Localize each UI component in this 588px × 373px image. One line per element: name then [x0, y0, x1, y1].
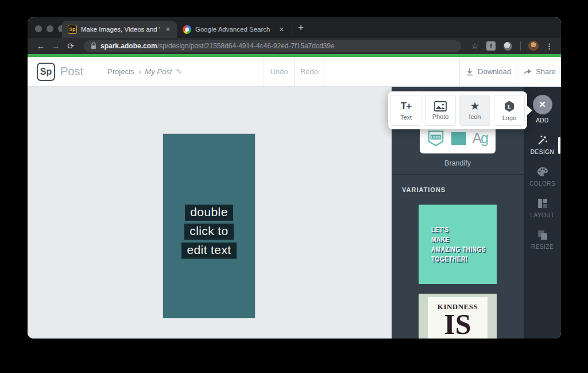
facebook-extension-icon[interactable]: f: [486, 41, 496, 51]
svg-text:L: L: [508, 103, 511, 109]
sidebar-item-resize[interactable]: RESIZE: [524, 229, 561, 250]
add-close-button[interactable]: ✕: [533, 95, 552, 114]
variations-heading: VARIATIONS: [402, 186, 446, 193]
placeholder-line: click to: [184, 224, 233, 240]
back-button[interactable]: ←: [34, 40, 47, 52]
window-controls: [35, 25, 65, 32]
reload-button[interactable]: ⟳: [64, 40, 77, 52]
svg-text:LOGO: LOGO: [431, 136, 441, 139]
app-name: Post: [60, 65, 83, 78]
add-menu-popup: T+ Text Photo ★ Icon L Logo: [388, 91, 527, 129]
share-button[interactable]: Share: [517, 57, 561, 86]
layout-grid-icon: [524, 198, 561, 209]
add-text-button[interactable]: T+ Text: [390, 95, 421, 126]
add-logo-button[interactable]: L Logo: [494, 95, 525, 126]
panel-scrollbar[interactable]: [558, 137, 560, 154]
add-photo-button[interactable]: Photo: [425, 95, 456, 126]
main-content: double click to edit text LOGO Ag: [28, 87, 561, 339]
variation-thumbnail-kindness[interactable]: KINDNESS IS: [419, 294, 497, 339]
desktop-background: Sp Make Images, Videos and Web ✕ Google …: [0, 0, 588, 373]
close-icon[interactable]: ✕: [277, 26, 286, 33]
tool-sidebar: ✕ ADD DESIGN COLORS: [524, 87, 561, 339]
breadcrumb: Projects › My Post ✎: [107, 67, 182, 76]
star-icon: ★: [470, 101, 479, 111]
browser-toolbar: ← → ⟳ spark.adobe.com/sp/design/post/215…: [28, 38, 561, 54]
forward-button[interactable]: →: [49, 40, 62, 52]
breadcrumb-current-title[interactable]: My Post: [145, 67, 172, 76]
header-actions: Download Share: [459, 57, 561, 86]
logo-badge-icon: LOGO: [427, 130, 445, 147]
address-bar[interactable]: spark.adobe.com/sp/design/post/21558d64-…: [84, 40, 461, 52]
sidebar-item-colors[interactable]: COLORS: [524, 166, 561, 187]
close-icon[interactable]: ✕: [164, 26, 172, 33]
palette-icon: [524, 166, 561, 178]
spark-favicon-icon: Sp: [68, 25, 77, 34]
variation-inner-panel: KINDNESS IS: [428, 297, 488, 339]
text-add-icon: T+: [401, 101, 411, 112]
app-header: Sp Post Projects › My Post ✎ Undo Redo D…: [28, 57, 561, 87]
canvas-area: double click to edit text: [28, 87, 392, 339]
brandify-label: Brandify: [392, 159, 524, 167]
tab-spark[interactable]: Sp Make Images, Videos and Web ✕: [62, 21, 177, 38]
brand-color-swatch: [451, 132, 466, 145]
chevron-right-icon: ›: [138, 67, 141, 76]
add-icon-button[interactable]: ★ Icon: [459, 95, 490, 126]
magic-wand-icon: [524, 134, 561, 146]
undo-button[interactable]: Undo: [264, 57, 294, 86]
variation-thumbnail-lets-make[interactable]: LET'S MAKE AMAZING THINGS TOGETHER!: [419, 205, 497, 284]
tab-title: Make Images, Videos and Web: [81, 26, 160, 33]
history-controls: Undo Redo: [264, 57, 324, 86]
tab-strip: Sp Make Images, Videos and Web ✕ Google …: [28, 17, 561, 38]
extension-icon[interactable]: [504, 42, 512, 51]
google-favicon-icon: [183, 25, 191, 34]
tab-title: Google Advanced Search: [195, 26, 273, 33]
rename-pencil-icon[interactable]: ✎: [176, 67, 182, 76]
variation-text: LET'S MAKE AMAZING THINGS TOGETHER!: [431, 225, 486, 264]
tab-google-search[interactable]: Google Advanced Search ✕: [177, 21, 291, 38]
download-icon: [466, 68, 474, 76]
new-tab-button[interactable]: +: [292, 22, 311, 38]
browser-window: Sp Make Images, Videos and Web ✕ Google …: [28, 17, 561, 339]
lock-icon: [91, 43, 96, 49]
sidebar-item-design[interactable]: DESIGN: [524, 134, 561, 155]
breadcrumb-projects[interactable]: Projects: [107, 67, 134, 76]
sidebar-item-add-label: ADD: [524, 117, 561, 124]
bookmark-star-icon[interactable]: ☆: [468, 41, 481, 51]
panel-divider: [392, 174, 524, 175]
share-icon: [523, 68, 532, 75]
brand-font-sample: Ag: [472, 131, 489, 145]
traffic-light-minimize[interactable]: [47, 25, 53, 32]
design-artboard[interactable]: double click to edit text: [163, 134, 255, 318]
traffic-light-close[interactable]: [35, 25, 42, 32]
toolbar-divider: [520, 41, 521, 51]
placeholder-line: double: [185, 205, 233, 221]
placeholder-text-block[interactable]: double click to edit text: [163, 203, 255, 260]
profile-avatar[interactable]: [528, 41, 539, 51]
resize-icon: [524, 229, 561, 241]
spark-post-logo: Sp: [37, 63, 55, 81]
logo-hexagon-icon: L: [503, 100, 516, 113]
download-button[interactable]: Download: [459, 57, 517, 86]
redo-button[interactable]: Redo: [294, 57, 324, 86]
url-host: spark.adobe.com/sp/design/post/21558d64-…: [100, 42, 335, 50]
browser-menu-icon[interactable]: ⋮: [543, 42, 555, 51]
placeholder-line: edit text: [181, 243, 236, 259]
photo-icon: [434, 101, 447, 111]
sidebar-item-layout[interactable]: LAYOUT: [524, 198, 561, 218]
